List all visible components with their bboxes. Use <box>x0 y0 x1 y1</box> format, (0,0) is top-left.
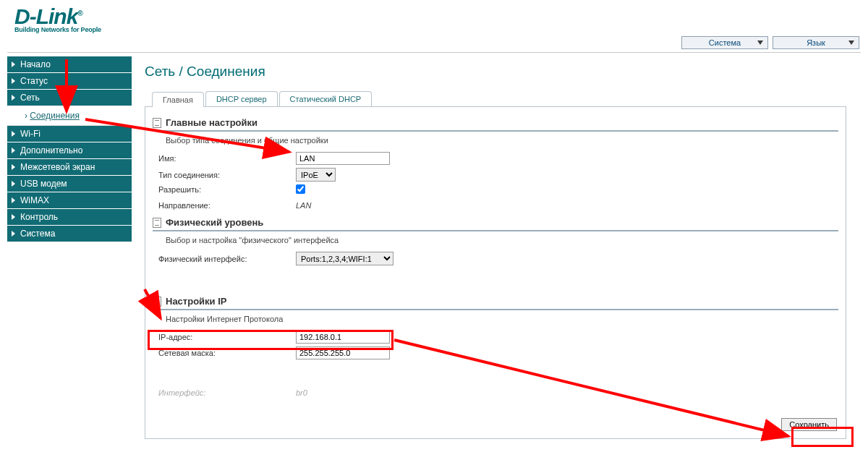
label-ip: IP-адрес: <box>158 333 296 341</box>
tab-label: DHCP сервер <box>216 95 267 103</box>
sidebar-item-label: Wi-Fi <box>20 129 41 139</box>
select-type[interactable]: IPoE <box>296 168 336 182</box>
sidebar-subitem-connections[interactable]: › Соединения <box>7 106 132 126</box>
sidebar-item-label: Межсетевой экран <box>20 162 95 172</box>
content-panel: Главные настройки Выбор типа соединения … <box>145 106 846 439</box>
bullet-icon <box>12 95 15 101</box>
section-general-head: Главные настройки <box>153 116 838 132</box>
section-caption: Выбор типа соединения и общие настройки <box>166 136 838 145</box>
value-interface: br0 <box>296 388 307 397</box>
sidebar-item-label: Дополнительно <box>20 145 82 156</box>
tabs: Главная DHCP сервер Статический DHCP <box>152 91 859 106</box>
row-allow: Разрешить: <box>153 184 838 194</box>
label-interface: Интерфейс: <box>158 388 296 397</box>
document-icon <box>153 118 161 128</box>
row-interface: Интерфейс: br0 <box>153 388 838 397</box>
sidebar-item-label: USB модем <box>20 179 67 189</box>
label-direction: Направление: <box>158 201 296 210</box>
label-mask: Сетевая маска: <box>158 349 296 357</box>
sidebar-item-wimax[interactable]: WiMAX <box>7 192 132 209</box>
bullet-icon <box>12 231 15 237</box>
sidebar-item-label: Контроль <box>20 212 58 222</box>
row-mask: Сетевая маска: <box>153 346 838 359</box>
sidebar-item-additional[interactable]: Дополнительно <box>7 142 132 159</box>
save-button[interactable]: Сохранить <box>781 418 837 431</box>
bullet-icon <box>12 131 15 137</box>
bullet-icon <box>12 148 15 153</box>
section-ip-head: Настройки IP <box>153 294 838 310</box>
input-ip[interactable] <box>296 331 390 344</box>
bullet-icon <box>12 164 15 170</box>
section-caption: Настройки Интернет Протокола <box>166 315 838 323</box>
sidebar: Начало Статус Сеть › Соединения Wi-Fi До… <box>7 56 132 242</box>
document-icon <box>153 218 161 228</box>
divider <box>7 52 861 53</box>
language-dropdown-label: Язык <box>807 38 825 47</box>
row-physical-interface: Физический интерфейс: Ports:1,2,3,4;WIFI… <box>153 252 838 265</box>
system-dropdown-label: Система <box>709 38 741 47</box>
chevron-down-icon <box>757 41 763 45</box>
checkbox-allow[interactable] <box>296 184 305 194</box>
tab-label: Статический DHCP <box>290 95 362 103</box>
row-type: Тип соединения: IPoE <box>153 168 838 182</box>
document-icon <box>153 297 161 307</box>
section-title: Физический уровень <box>166 217 263 228</box>
bullet-icon <box>12 197 15 203</box>
section-physical-head: Физический уровень <box>153 216 838 231</box>
label-allow: Разрешить: <box>158 185 296 194</box>
sidebar-item-status[interactable]: Статус <box>7 73 132 90</box>
tab-label: Главная <box>163 95 193 104</box>
sidebar-item-wifi[interactable]: Wi-Fi <box>7 126 132 142</box>
sidebar-item-label: Сеть <box>20 93 40 103</box>
bullet-icon <box>12 214 15 220</box>
value-direction: LAN <box>296 201 311 210</box>
brand-logo: D-Link® Building Networks for People <box>14 6 101 33</box>
input-mask[interactable] <box>296 346 390 359</box>
tab-dhcp-server[interactable]: DHCP сервер <box>205 91 278 106</box>
sidebar-item-label: Начало <box>20 59 51 69</box>
row-name: Имя: <box>153 152 838 165</box>
label-type: Тип соединения: <box>158 171 296 179</box>
sidebar-item-firewall[interactable]: Межсетевой экран <box>7 159 132 176</box>
page-title: Сеть / Соединения <box>145 64 859 80</box>
sidebar-item-usbmodem[interactable]: USB модем <box>7 176 132 192</box>
brand-tagline: Building Networks for People <box>14 26 101 33</box>
label-physical-interface: Физический интерфейс: <box>158 255 296 263</box>
language-dropdown[interactable]: Язык <box>773 36 859 49</box>
section-title: Главные настройки <box>166 117 258 128</box>
bullet-icon <box>12 78 15 84</box>
chevron-down-icon <box>848 41 854 45</box>
brand-name: D-Link® <box>14 6 101 27</box>
bullet-icon <box>12 181 15 187</box>
tab-static-dhcp[interactable]: Статический DHCP <box>279 91 373 106</box>
main-content: Сеть / Соединения Главная DHCP сервер Ст… <box>145 64 859 453</box>
select-physical-interface[interactable]: Ports:1,2,3,4;WIFI:1 <box>296 252 393 265</box>
section-caption: Выбор и настройка "физического" интерфей… <box>166 236 838 244</box>
system-dropdown[interactable]: Система <box>681 36 768 49</box>
save-button-label: Сохранить <box>789 420 829 429</box>
input-name[interactable] <box>296 152 390 165</box>
sidebar-item-label: WiMAX <box>20 195 49 205</box>
section-title: Настройки IP <box>166 296 226 307</box>
sidebar-item-label: Статус <box>20 76 48 86</box>
sidebar-item-start[interactable]: Начало <box>7 56 132 73</box>
row-ip: IP-адрес: <box>153 331 838 344</box>
row-direction: Направление: LAN <box>153 201 838 210</box>
sidebar-item-control[interactable]: Контроль <box>7 209 132 226</box>
tab-main[interactable]: Главная <box>152 92 204 107</box>
sidebar-subitem-label: Соединения <box>30 111 80 121</box>
bullet-icon <box>12 61 15 67</box>
sidebar-item-system[interactable]: Система <box>7 226 132 242</box>
sidebar-item-network[interactable]: Сеть <box>7 90 132 106</box>
label-name: Имя: <box>158 154 296 163</box>
sidebar-item-label: Система <box>20 229 55 239</box>
